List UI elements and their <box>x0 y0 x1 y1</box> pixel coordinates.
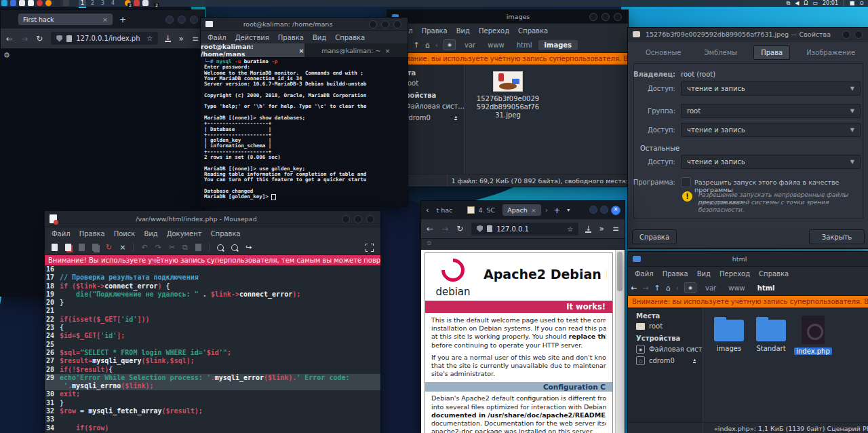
ff2-forward-icon[interactable]: → <box>441 224 448 233</box>
terminal-output[interactable]: └─# mysql -u buratino -pEnter password: … <box>201 57 408 206</box>
ff1-new-tab-button[interactable]: + <box>119 15 126 24</box>
props-group-dropdown[interactable]: root▼ <box>681 104 861 118</box>
clipboard-icon[interactable]: ⧉ <box>786 0 790 7</box>
fmi-maximize-button[interactable] <box>601 13 610 21</box>
props-close-button-bottom[interactable]: Закрыть <box>809 229 865 244</box>
terminal-tab-close-icon[interactable]: × <box>299 47 304 54</box>
mp-save-icon[interactable] <box>79 244 85 251</box>
fmh-crumb-scroll-icon[interactable]: ‹ <box>676 284 679 293</box>
terminal-menu-help[interactable]: Справка <box>335 34 365 41</box>
props-access1-dropdown[interactable]: чтение и запись▼ <box>681 81 861 96</box>
ff1-menu-icon[interactable]: ≡ <box>192 34 199 43</box>
mousepad-task-icon[interactable] <box>134 0 140 6</box>
props-access2-dropdown[interactable]: чтение и запись▼ <box>681 123 861 137</box>
ff1-forward-icon[interactable]: → <box>21 34 28 43</box>
mp-search-replace-icon[interactable] <box>231 244 238 251</box>
page-info-icon[interactable] <box>487 225 492 232</box>
mp-goto-icon[interactable]: ↪ <box>245 243 252 252</box>
mp-close-button[interactable] <box>366 215 374 223</box>
fmh-menu-edit[interactable]: Правка <box>663 270 688 278</box>
folder-launcher-icon[interactable] <box>19 0 25 6</box>
fmh-sidebar-root[interactable]: root <box>636 322 703 330</box>
fmi-crumb-scroll-icon[interactable]: ‹ <box>435 41 438 50</box>
ff2-maximize-button[interactable] <box>600 206 608 214</box>
fmi-menu-view[interactable]: Вид <box>456 27 470 35</box>
fmh-back-icon[interactable]: ← <box>631 284 637 293</box>
mp-redo-icon[interactable]: ↷ <box>155 243 161 252</box>
mp-copy-icon[interactable]: ⧉ <box>182 243 188 252</box>
mp-menu-view[interactable]: Вид <box>144 230 157 238</box>
clock[interactable]: 20:01 <box>823 0 838 7</box>
ff2-tab-sql-article[interactable]: 4. SC <box>462 204 500 216</box>
mp-menu-search[interactable]: Поиск <box>114 230 136 238</box>
props-minimize-button[interactable] <box>842 31 850 39</box>
mp-new-icon[interactable] <box>52 244 58 251</box>
ff2-downloads-icon[interactable]: ↓ <box>585 225 591 233</box>
terminal-tab-root[interactable]: root@kaliman: /home/mans× <box>201 43 304 57</box>
fmi-menu-edit[interactable]: Правка <box>422 27 448 35</box>
fmi-crumb-www[interactable]: www <box>481 40 511 50</box>
ff2-new-tab-button[interactable]: + <box>553 206 560 215</box>
ff2-back-icon[interactable]: ← <box>427 224 433 233</box>
fmh-item-standart[interactable]: Standart <box>752 320 790 352</box>
mousepad-launcher-icon[interactable] <box>37 0 43 6</box>
fmi-menu-help[interactable]: Справка <box>518 27 548 35</box>
fmh-menu-file[interactable]: Файл <box>635 270 654 278</box>
notifications-icon[interactable]: Ω <box>804 0 808 7</box>
props-tab-emblems[interactable]: Эмблемы <box>698 46 745 59</box>
mp-cut-icon[interactable]: ✂ <box>169 243 175 252</box>
fmh-sidebar-cdrom[interactable]: ○cdrom0▴ <box>636 356 703 365</box>
lock-icon[interactable]: ■ <box>850 0 855 7</box>
fmh-home-icon[interactable]: ⌂ <box>666 284 671 293</box>
fmh-file-view[interactable]: images Standart index.php <box>703 307 868 423</box>
terminal-tab-mans[interactable]: mans@kaliman: ~× <box>304 43 408 57</box>
ff2-close-button[interactable]: ✕ <box>611 206 620 215</box>
file-manager-launcher-icon[interactable] <box>10 0 16 6</box>
ff2-tab-scroll-left-icon[interactable]: ‹ <box>426 206 429 214</box>
ff2-scrollbar-thumb[interactable] <box>617 252 623 291</box>
fmi-image-thumbnail[interactable] <box>493 71 523 92</box>
mp-minimize-button[interactable] <box>342 215 350 223</box>
fmi-file-item[interactable]: 15276b3f09e0029 592db899056af76 31.jpeg <box>474 71 542 119</box>
fmh-item-images[interactable]: images <box>710 320 748 352</box>
fmh-menu-help[interactable]: Справка <box>759 270 789 278</box>
terminal-menu-view[interactable]: Вид <box>313 34 326 41</box>
terminal-task-icon[interactable]: 2 <box>151 0 157 6</box>
ff2-bookmark-icon[interactable]: ✩ <box>427 240 432 246</box>
props-help-button[interactable]: Справка <box>632 229 677 244</box>
documents-launcher-icon[interactable] <box>28 0 34 6</box>
mp-menu-help[interactable]: Справка <box>211 230 241 238</box>
terminal-launcher-icon[interactable] <box>54 0 60 6</box>
terminal-maximize-button[interactable] <box>381 20 389 29</box>
page-info-icon[interactable] <box>66 35 72 42</box>
ff2-url-bar[interactable]: 127.0.0.1 ☆ <box>471 223 578 236</box>
mp-maximize-button[interactable] <box>354 215 362 223</box>
mp-menu-document[interactable]: Документ <box>167 230 202 238</box>
workspace-2[interactable]: 2 <box>89 0 96 7</box>
mp-paste-icon[interactable] <box>195 244 201 251</box>
display-icon[interactable]: ▭ <box>812 0 818 7</box>
mp-reload-icon[interactable]: ↻ <box>106 243 112 252</box>
terminal-menu-actions[interactable]: Действия <box>235 34 269 41</box>
fmi-home-icon[interactable]: ⌂ <box>425 41 430 50</box>
ff1-reload-icon[interactable]: ↻ <box>36 34 43 43</box>
fmh-crumb-html[interactable]: html <box>751 283 781 293</box>
firefox-launcher-icon[interactable] <box>45 0 52 6</box>
power-icon[interactable]: ⊙ <box>859 0 864 7</box>
ff1-minimize-button[interactable] <box>165 16 174 24</box>
eject-icon[interactable]: ▴ <box>454 115 457 120</box>
props-access3-dropdown[interactable]: чтение и запись▼ <box>681 155 861 169</box>
mp-close-file-icon[interactable]: × <box>119 243 125 252</box>
ff2-tab-list-icon[interactable]: ▾ <box>567 207 570 213</box>
props-close-button[interactable] <box>854 31 863 39</box>
props-tab-image[interactable]: Изображение <box>800 46 862 59</box>
ff1-tab-close-icon[interactable]: × <box>102 16 108 23</box>
mp-undo-icon[interactable]: ↶ <box>141 243 147 252</box>
mp-editor[interactable]: 16 17// Проверка результата подключения1… <box>45 265 380 433</box>
terminal-close-button[interactable] <box>393 20 401 29</box>
ff1-tab-first-hack[interactable]: First hack × <box>18 14 113 25</box>
fmi-close-button[interactable] <box>614 13 622 21</box>
fmh-item-index-php[interactable]: index.php <box>794 316 832 355</box>
ff1-downloads-icon[interactable]: ↓ <box>165 35 170 42</box>
terminal-menu-edit[interactable]: Правка <box>278 34 304 41</box>
